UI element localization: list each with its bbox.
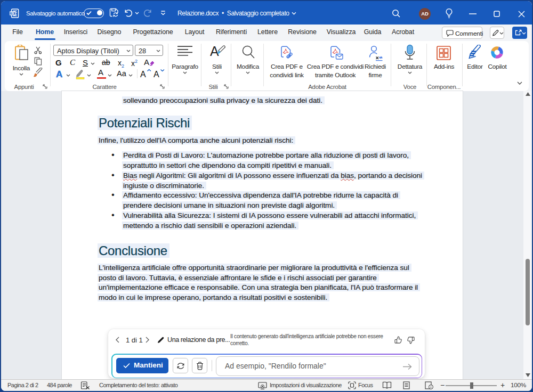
- svg-text:A: A: [56, 69, 62, 79]
- svg-text:A: A: [210, 44, 219, 59]
- svg-text:A: A: [154, 70, 159, 79]
- svg-text:A: A: [144, 58, 149, 67]
- svg-text:W: W: [11, 11, 14, 15]
- svg-text:A: A: [140, 70, 146, 79]
